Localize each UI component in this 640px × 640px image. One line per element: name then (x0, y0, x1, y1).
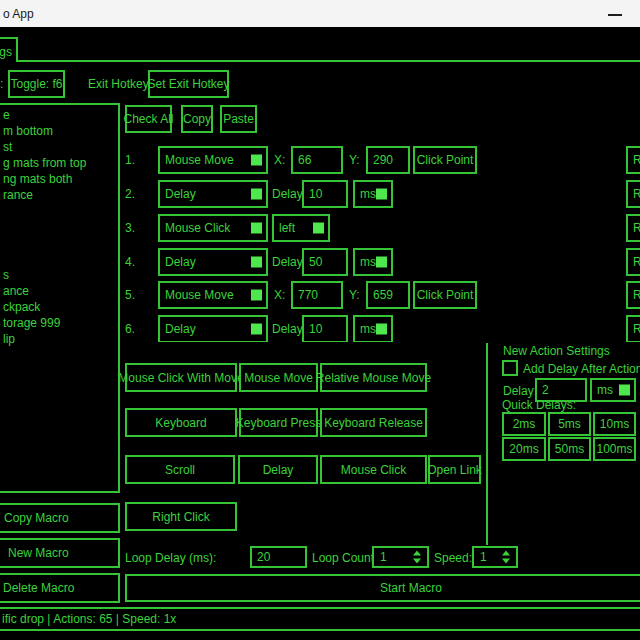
add-mouse-click-button[interactable]: Mouse Click (320, 455, 427, 484)
remove-action-label: Remove (633, 187, 640, 201)
remove-action-button[interactable]: Remove (626, 214, 640, 242)
remove-action-button[interactable]: Remove (626, 248, 640, 276)
x-input[interactable]: 66 (291, 146, 343, 174)
dropdown-indicator-icon (251, 189, 262, 200)
delay-unit-dropdown[interactable]: ms (353, 315, 393, 343)
tab-settings-label: gs (0, 45, 12, 59)
tab-settings[interactable]: gs (0, 37, 18, 62)
add-keyboard-press-button[interactable]: Keyboard Press (239, 408, 318, 437)
speed-value: 1 (480, 550, 487, 564)
delay-input[interactable]: 10 (302, 315, 348, 343)
action-type-dropdown[interactable]: Mouse Move (158, 281, 268, 309)
macro-list-item[interactable]: m bottom (3, 124, 53, 139)
panel-divider (486, 343, 488, 545)
window-title: o App (3, 0, 34, 27)
click-point-button[interactable]: Click Point (413, 281, 477, 309)
add-keyboard-button[interactable]: Keyboard (125, 408, 237, 437)
new-macro-label: New Macro (8, 546, 69, 560)
loop-delay-label: Loop Delay (ms): (125, 551, 216, 565)
remove-action-button[interactable]: Remove (626, 180, 640, 208)
new-action-delay-label: Delay: (503, 384, 537, 398)
palette-label: Right Click (152, 510, 209, 524)
loop-count-stepper[interactable]: 1 (372, 546, 429, 568)
delay-input[interactable]: 50 (302, 248, 348, 276)
copy-macro-button[interactable]: Copy Macro (0, 503, 120, 533)
action-row-number: 3. (125, 214, 145, 242)
dropdown-indicator-icon (251, 324, 262, 335)
x-input[interactable]: 770 (291, 281, 343, 309)
remove-action-button[interactable]: Remove (626, 146, 640, 174)
action-type-dropdown[interactable]: Delay (158, 315, 268, 343)
set-exit-hotkey-button-label: Set Exit Hotkey (147, 77, 229, 91)
minimize-icon[interactable] (608, 14, 622, 16)
y-input[interactable]: 659 (366, 281, 410, 309)
new-macro-button[interactable]: New Macro (0, 538, 120, 568)
new-action-delay-unit-dropdown[interactable]: ms (590, 378, 636, 402)
start-macro-label: Start Macro (380, 581, 442, 595)
stepper-arrows-icon[interactable] (502, 551, 510, 564)
paste-button[interactable]: Paste (220, 105, 257, 133)
quick-delay-5ms-button[interactable]: 5ms (548, 412, 591, 436)
delete-macro-button[interactable]: Delete Macro (0, 573, 120, 603)
loop-delay-value: 20 (257, 550, 270, 564)
quick-delay-10ms-button[interactable]: 10ms (593, 412, 636, 436)
action-row: 6. Delay Delay: 10 ms Remove (0, 315, 640, 343)
action-type-dropdown[interactable]: Delay (158, 180, 268, 208)
palette-label: Mouse Click (341, 463, 406, 477)
add-keyboard-release-button[interactable]: Keyboard Release (320, 408, 427, 437)
mouse-button-dropdown[interactable]: left (272, 214, 330, 242)
quick-delays-label: Quick Delays: (502, 398, 576, 412)
quick-delay-50ms-button[interactable]: 50ms (548, 437, 591, 461)
dropdown-indicator-icon (251, 257, 262, 268)
add-delay-after-action-checkbox[interactable] (502, 360, 518, 376)
add-mouse-click-with-move-button[interactable]: Mouse Click With Move (125, 363, 237, 392)
remove-action-label: Remove (633, 153, 640, 167)
copy-button[interactable]: Copy (181, 105, 213, 133)
x-input-value: 770 (298, 288, 318, 302)
remove-action-button[interactable]: Remove (626, 281, 640, 309)
check-all-button[interactable]: Check All (125, 105, 172, 133)
quick-delay-label: 10ms (600, 417, 629, 431)
start-macro-button[interactable]: Start Macro (125, 574, 640, 602)
add-right-click-button[interactable]: Right Click (125, 502, 237, 531)
toggle-hotkey-label: : (0, 77, 3, 91)
action-type-value: Delay (165, 322, 196, 336)
loop-count-value: 1 (380, 550, 387, 564)
quick-delay-label: 100ms (596, 442, 632, 456)
paste-label: Paste (223, 112, 254, 126)
action-type-dropdown[interactable]: Mouse Click (158, 214, 268, 242)
add-scroll-button[interactable]: Scroll (125, 455, 235, 484)
dropdown-indicator-icon (251, 290, 262, 301)
macro-list-item[interactable]: e (3, 108, 10, 123)
add-delay-button[interactable]: Delay (238, 455, 318, 484)
delay-input-value: 10 (309, 187, 322, 201)
action-type-dropdown[interactable]: Delay (158, 248, 268, 276)
loop-delay-input[interactable]: 20 (250, 546, 307, 568)
delay-unit-dropdown[interactable]: ms (353, 180, 393, 208)
action-type-dropdown[interactable]: Mouse Move (158, 146, 268, 174)
exit-hotkey-label: Exit Hotkey: (88, 77, 152, 91)
toggle-hotkey-button[interactable]: Toggle: f6 (8, 70, 65, 98)
speed-stepper[interactable]: 1 (472, 546, 518, 568)
delay-input[interactable]: 10 (302, 180, 348, 208)
y-input[interactable]: 290 (366, 146, 410, 174)
action-type-value: Mouse Move (165, 153, 234, 167)
quick-delay-20ms-button[interactable]: 20ms (502, 437, 546, 461)
delay-unit-dropdown[interactable]: ms (353, 248, 393, 276)
add-open-link-button[interactable]: Open Link (428, 455, 481, 484)
stepper-arrows-icon[interactable] (413, 551, 421, 564)
quick-delay-100ms-button[interactable]: 100ms (593, 437, 636, 461)
add-relative-mouse-move-button[interactable]: Relative Mouse Move (320, 363, 427, 392)
click-point-button[interactable]: Click Point (413, 146, 477, 174)
action-row-number: 6. (125, 315, 145, 343)
dropdown-indicator-icon (376, 257, 387, 268)
add-delay-after-action-label: Add Delay After Action (523, 362, 640, 376)
action-row-number: 1. (125, 146, 145, 174)
set-exit-hotkey-button[interactable]: Set Exit Hotkey (148, 70, 229, 98)
quick-delay-2ms-button[interactable]: 2ms (502, 412, 546, 436)
palette-label: Mouse Click With Move (118, 371, 243, 385)
remove-action-button[interactable]: Remove (626, 315, 640, 343)
remove-action-label: Remove (633, 255, 640, 269)
add-mouse-move-button[interactable]: Mouse Move (239, 363, 318, 392)
y-label: Y: (349, 288, 360, 302)
